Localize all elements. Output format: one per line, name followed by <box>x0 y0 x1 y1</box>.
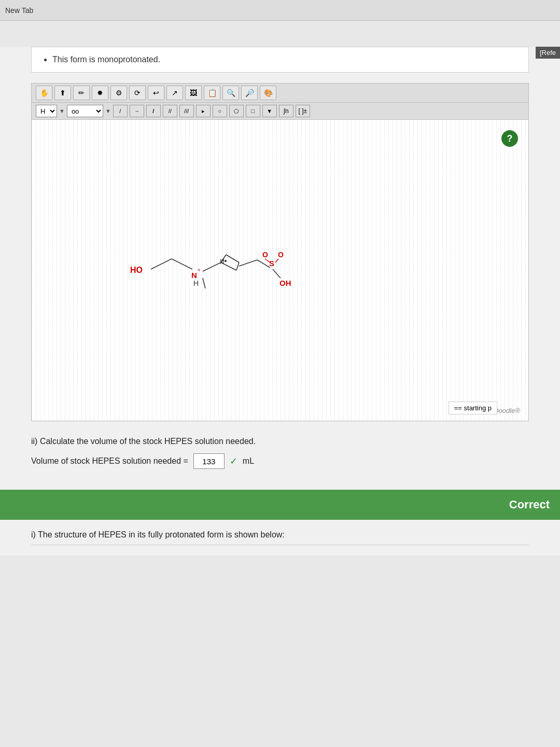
reference-link[interactable]: [Refe <box>536 47 560 59</box>
ring-tool-button[interactable]: ✸ <box>92 86 108 100</box>
svg-text:N: N <box>191 271 197 280</box>
volume-label: Volume of stock HEPES solution needed = <box>31 457 188 466</box>
pentagon-tool-button[interactable]: ⬠ <box>229 105 244 117</box>
svg-line-22 <box>273 269 281 278</box>
svg-line-7 <box>203 278 205 288</box>
bold-bond-button[interactable]: / <box>146 105 161 117</box>
copy-button[interactable]: 📋 <box>204 86 220 100</box>
info-bullet: This form is monoprotonated. <box>52 55 518 64</box>
double-bond-button[interactable]: // <box>163 105 177 117</box>
svg-text:N: N <box>220 258 225 266</box>
svg-point-12 <box>225 260 227 262</box>
help-button[interactable]: ? <box>501 130 518 147</box>
browser-tab-title: New Tab <box>5 6 33 15</box>
zoom-out-button[interactable]: 🔎 <box>241 86 258 100</box>
svg-text:+: + <box>198 267 201 273</box>
toolbar-second: H C N O ▼ oo single double ▼ / ··· / // … <box>32 103 528 120</box>
answer-row-ii: Volume of stock HEPES solution needed = … <box>31 453 529 469</box>
svg-line-10 <box>226 255 239 262</box>
svg-text:H: H <box>193 279 199 287</box>
question-ii-text: ii) Calculate the volume of the stock HE… <box>31 437 529 446</box>
svg-text:S: S <box>269 259 274 268</box>
chemdoodle-editor[interactable]: ✋ ⬆ ✏ ✸ ⚙ ⟳ ↩ ↗ 🖼 📋 🔍 🔎 🎨 <box>31 83 529 421</box>
palette-button[interactable]: 🎨 <box>260 86 276 100</box>
correct-banner: Correct <box>0 490 560 520</box>
single-bond-button[interactable]: / <box>113 105 128 117</box>
lasso-tool-button[interactable]: ⬆ <box>54 86 71 100</box>
check-icon: ✓ <box>230 455 237 467</box>
svg-line-6 <box>203 262 221 271</box>
svg-line-1 <box>151 259 172 269</box>
curved-arrow-button[interactable]: ↗ <box>166 86 183 100</box>
toolbar-top: ✋ ⬆ ✏ ✸ ⚙ ⟳ ↩ ↗ 🖼 📋 🔍 🔎 🎨 <box>32 84 528 103</box>
shape-dropdown-button[interactable]: ▼ <box>262 105 277 117</box>
element-dropdown-arrow: ▼ <box>59 108 65 114</box>
volume-input[interactable] <box>193 453 225 469</box>
bond-selector[interactable]: oo single double <box>67 105 103 117</box>
chemical-structure: HO N + H <box>125 182 343 329</box>
bond-dropdown-arrow: ▼ <box>105 108 111 114</box>
square-tool-button[interactable]: □ <box>246 105 260 117</box>
svg-text:O: O <box>278 251 284 259</box>
triple-bond-button[interactable]: /// <box>179 105 194 117</box>
brackets-button[interactable]: [ ]± <box>296 105 310 117</box>
svg-line-21 <box>275 259 278 262</box>
circle-tool-button[interactable]: ○ <box>213 105 227 117</box>
chain-tool-button[interactable]: ⚙ <box>110 86 127 100</box>
eraser-tool-button[interactable]: ✏ <box>73 86 90 100</box>
svg-line-9 <box>236 262 239 270</box>
browser-bar: New Tab <box>0 0 560 21</box>
fragment-tool-button[interactable]: ⟳ <box>129 86 146 100</box>
starting-pt-button[interactable]: == starting p <box>449 402 497 414</box>
question-section-ii: ii) Calculate the volume of the stock HE… <box>0 426 560 490</box>
dotted-bond-button[interactable]: ··· <box>130 105 144 117</box>
svg-line-2 <box>172 259 192 269</box>
subscript-button[interactable]: ∫n <box>279 105 293 117</box>
hand-tool-button[interactable]: ✋ <box>36 86 52 100</box>
unit-label: mL <box>243 457 254 466</box>
svg-text:HO: HO <box>130 266 143 274</box>
question-i-text: i) The structure of HEPES in its fully p… <box>31 530 529 540</box>
zoom-in-button[interactable]: 🔍 <box>222 86 239 100</box>
svg-line-15 <box>239 260 257 266</box>
bottom-section: i) The structure of HEPES in its fully p… <box>0 520 560 556</box>
arrow-tool-button[interactable]: ↩ <box>148 86 164 100</box>
drawing-canvas[interactable]: ? HO N + H <box>32 120 528 421</box>
element-selector[interactable]: H C N O <box>36 105 57 117</box>
svg-text:O: O <box>262 251 268 259</box>
correct-text: Correct <box>509 498 550 511</box>
svg-text:OH: OH <box>279 279 291 287</box>
main-content: [Refe This form is monoprotonated. ✋ ⬆ ✏… <box>0 47 560 556</box>
bottom-divider <box>31 545 529 545</box>
bond-wedge-button[interactable]: ▸ <box>196 105 211 117</box>
template-button[interactable]: 🖼 <box>185 86 202 100</box>
info-box: This form is monoprotonated. <box>31 47 529 73</box>
